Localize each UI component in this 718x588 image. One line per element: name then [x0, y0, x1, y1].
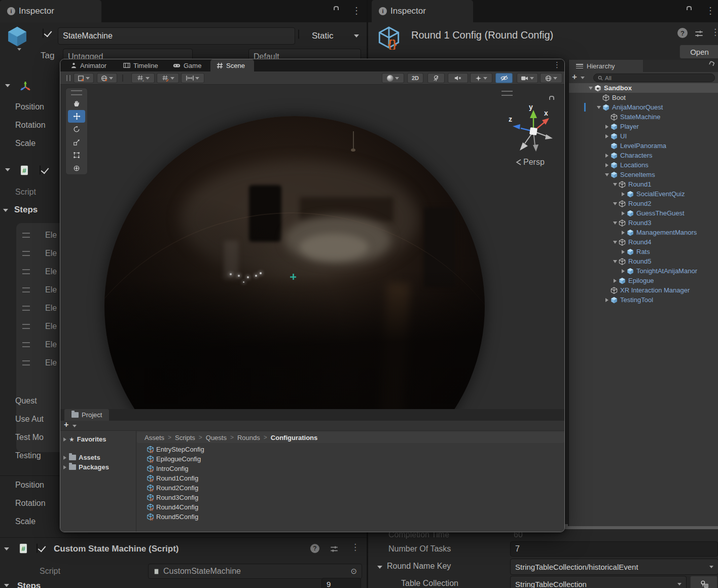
- project-file-round4config[interactable]: {}Round4Config: [147, 502, 562, 512]
- hierarchy-item-statemachine[interactable]: StateMachine: [569, 112, 718, 122]
- drag-handle-icon[interactable]: [22, 306, 30, 311]
- chevron-down-icon[interactable]: [587, 87, 594, 90]
- chevron-down-icon[interactable]: [612, 183, 618, 186]
- table-collection-picker-button[interactable]: [690, 576, 717, 588]
- project-file-round2config[interactable]: {}Round2Config: [147, 483, 562, 493]
- hierarchy-item-round1[interactable]: Round1: [569, 179, 718, 189]
- hierarchy-item-ui[interactable]: UI: [569, 131, 718, 141]
- shading-mode-button[interactable]: [382, 73, 404, 83]
- drag-handle-icon[interactable]: [22, 360, 30, 365]
- drag-handle-icon[interactable]: [22, 287, 30, 292]
- hierarchy-item-tonightatanijamanor[interactable]: TonightAtAnijaManor: [569, 266, 718, 276]
- hierarchy-item-sandbox[interactable]: Sandbox: [569, 83, 718, 93]
- hierarchy-item-round3[interactable]: Round3: [569, 218, 718, 228]
- packages-folder-item[interactable]: Packages: [63, 463, 109, 471]
- view-hand-tool-button[interactable]: [68, 97, 85, 110]
- static-dropdown-caret[interactable]: [354, 34, 359, 38]
- script-object-field[interactable]: CustomStateMachine ⊙: [148, 564, 362, 579]
- hierarchy-item-round2[interactable]: Round2: [569, 199, 718, 208]
- 2d-toggle-button[interactable]: 2D: [407, 73, 423, 83]
- hierarchy-item-epilogue[interactable]: Epilogue: [569, 276, 718, 285]
- drag-handle-icon[interactable]: [22, 251, 30, 256]
- tab-hierarchy[interactable]: Hierarchy: [569, 60, 643, 72]
- kebab-menu-icon[interactable]: ⋮: [706, 6, 715, 15]
- create-button[interactable]: +: [572, 72, 577, 82]
- scale-tool-button[interactable]: [68, 136, 85, 149]
- scene-lighting-button[interactable]: [427, 73, 445, 83]
- csm-steps-count-field[interactable]: 9: [321, 578, 361, 588]
- breadcrumb-item-assets[interactable]: Assets: [145, 434, 164, 442]
- kebab-menu-icon[interactable]: ⋮: [351, 543, 360, 552]
- transform-tool-button[interactable]: [68, 162, 85, 174]
- grid-snapping-button[interactable]: [157, 73, 179, 83]
- rect-tool-button[interactable]: [68, 149, 85, 162]
- drag-handle-icon[interactable]: [22, 233, 30, 238]
- hierarchy-item-managementmanors[interactable]: ManagementManors: [569, 228, 718, 237]
- move-tool-button[interactable]: [68, 110, 85, 123]
- tab-inspector-left[interactable]: i Inspector: [0, 0, 101, 22]
- presets-icon[interactable]: [694, 29, 704, 39]
- project-file-round5config[interactable]: {}Round5Config: [147, 512, 562, 522]
- chevron-down-icon[interactable]: [612, 260, 618, 263]
- drag-handle-icon[interactable]: [22, 342, 30, 347]
- chevron-right-icon[interactable]: [603, 163, 610, 167]
- hierarchy-item-testingtool[interactable]: TestingTool: [569, 295, 718, 305]
- tab-timeline[interactable]: Timeline: [117, 59, 164, 71]
- chevron-down-icon[interactable]: [612, 241, 618, 244]
- project-create-button[interactable]: +: [64, 420, 68, 429]
- grid-visibility-button[interactable]: y: [131, 73, 155, 83]
- hierarchy-item-xr-interaction-manager[interactable]: XR Interaction Manager: [569, 285, 718, 295]
- hierarchy-item-socialeventquiz[interactable]: SocialEventQuiz: [569, 189, 718, 199]
- chevron-right-icon[interactable]: [620, 211, 626, 215]
- project-file-round1config[interactable]: {}Round1Config: [147, 473, 562, 483]
- chevron-right-icon[interactable]: [620, 192, 626, 196]
- hierarchy-item-anijamanorquest[interactable]: AnijaManorQuest: [569, 102, 718, 112]
- snap-increment-button[interactable]: [181, 73, 204, 83]
- orientation-gizmo[interactable]: y x z Persp: [506, 105, 561, 171]
- number-of-tasks-field[interactable]: 7: [510, 541, 718, 557]
- hierarchy-item-levelpanorama[interactable]: LevelPanorama: [569, 141, 718, 151]
- chevron-down-icon[interactable]: [612, 222, 618, 225]
- static-checkbox[interactable]: [298, 29, 299, 39]
- tab-inspector-right[interactable]: i Inspector: [372, 0, 473, 22]
- scene-visibility-button[interactable]: [495, 73, 513, 83]
- tool-settings-pivot-button[interactable]: [74, 73, 94, 83]
- hierarchy-item-round5[interactable]: Round5: [569, 256, 718, 266]
- breadcrumb-item-rounds[interactable]: Rounds: [237, 434, 260, 442]
- rotate-tool-button[interactable]: [68, 123, 85, 136]
- drag-handle-icon[interactable]: [22, 324, 30, 329]
- chevron-right-icon[interactable]: [603, 125, 610, 129]
- help-icon[interactable]: ?: [677, 28, 688, 38]
- project-file-round3config[interactable]: {}Round3Config: [147, 493, 562, 502]
- audio-mute-button[interactable]: [448, 73, 468, 83]
- table-collection-dropdown[interactable]: StringTableCollection: [510, 576, 687, 588]
- csm-steps-foldout-arrow[interactable]: [4, 584, 9, 587]
- projection-mode-label[interactable]: Persp: [516, 158, 545, 167]
- help-icon[interactable]: ?: [310, 544, 319, 553]
- chevron-right-icon[interactable]: [603, 154, 610, 158]
- tab-scene[interactable]: Scene: [210, 59, 254, 71]
- project-file-entrystepconfig[interactable]: {}EntryStepConfig: [147, 445, 562, 454]
- transform-foldout-arrow[interactable]: [5, 84, 10, 87]
- chevron-down-icon[interactable]: [612, 202, 618, 205]
- chevron-right-icon[interactable]: [603, 298, 610, 302]
- hierarchy-item-characters[interactable]: Characters: [569, 151, 718, 160]
- hierarchy-item-boot[interactable]: Boot: [569, 93, 718, 102]
- hierarchy-item-sceneitems[interactable]: SceneItems: [569, 170, 718, 179]
- kebab-menu-icon[interactable]: ⋮: [352, 6, 361, 15]
- round-name-key-foldout[interactable]: [377, 566, 382, 569]
- overlay-collapsed-handle[interactable]: [501, 91, 513, 96]
- project-file-epilogueconfig[interactable]: {}EpilogueConfig: [147, 454, 562, 464]
- hierarchy-item-round4[interactable]: Round4: [569, 237, 718, 247]
- gameobject-icon-caret[interactable]: [17, 48, 21, 51]
- chevron-right-icon[interactable]: [620, 269, 626, 273]
- camera-settings-button[interactable]: [517, 73, 538, 83]
- tab-animator[interactable]: Animator: [64, 59, 113, 71]
- object-picker-icon[interactable]: ⊙: [350, 567, 357, 576]
- round-name-key-dropdown[interactable]: StringTableCollection/historicalEvent: [510, 559, 718, 575]
- hierarchy-item-guesstheguest[interactable]: GuessTheGuest: [569, 208, 718, 218]
- expand-arrow-icon[interactable]: [63, 437, 66, 442]
- hierarchy-item-locations[interactable]: Locations: [569, 160, 718, 170]
- hierarchy-search-input[interactable]: All: [593, 74, 715, 82]
- expand-arrow-icon[interactable]: [63, 456, 66, 460]
